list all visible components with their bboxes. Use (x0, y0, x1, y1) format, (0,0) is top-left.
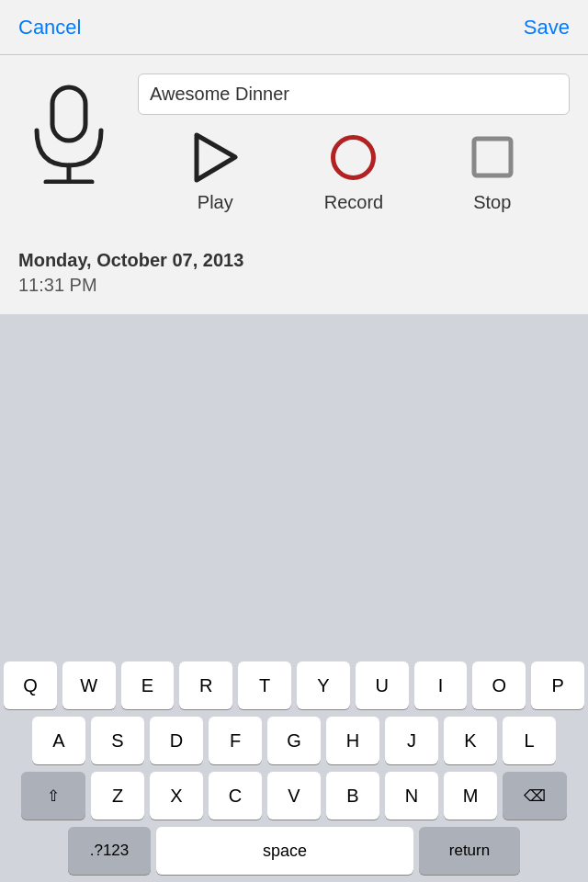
key-z[interactable]: Z (91, 772, 144, 820)
svg-rect-0 (52, 87, 85, 141)
svg-point-4 (334, 137, 374, 177)
keyboard-row-4: .?123 space return (4, 827, 584, 875)
key-a[interactable]: A (32, 717, 85, 764)
key-u[interactable]: U (356, 662, 409, 709)
key-s[interactable]: S (91, 717, 144, 764)
key-b[interactable]: B (326, 772, 379, 820)
key-g[interactable]: G (267, 717, 321, 764)
key-e[interactable]: E (121, 662, 175, 709)
key-l[interactable]: L (503, 717, 556, 764)
controls: Play Record Stop (138, 130, 570, 213)
delete-key[interactable]: ⌫ (503, 772, 567, 820)
space-key[interactable]: space (156, 827, 413, 875)
key-p[interactable]: P (531, 662, 584, 709)
date-text: Monday, October 07, 2013 (18, 250, 570, 271)
mic-icon (18, 74, 119, 184)
key-v[interactable]: V (267, 772, 321, 820)
keyboard-row-2: A S D F G H J K L (4, 717, 584, 764)
stop-label: Stop (473, 192, 511, 213)
right-section: Play Record Stop (138, 74, 570, 213)
microphone-svg (28, 83, 110, 184)
stop-icon (465, 130, 520, 185)
key-q[interactable]: Q (4, 662, 57, 709)
key-t[interactable]: T (238, 662, 291, 709)
key-c[interactable]: C (209, 772, 262, 820)
key-h[interactable]: H (326, 717, 379, 764)
key-j[interactable]: J (385, 717, 438, 764)
play-label: Play (198, 192, 233, 213)
time-text: 11:31 PM (18, 275, 570, 296)
header: Cancel Save (0, 0, 588, 55)
numbers-key[interactable]: .?123 (68, 827, 151, 875)
record-label: Record (324, 192, 383, 213)
key-x[interactable]: X (150, 772, 203, 820)
key-k[interactable]: K (444, 717, 497, 764)
key-m[interactable]: M (444, 772, 497, 820)
key-f[interactable]: F (209, 717, 262, 764)
key-r[interactable]: R (179, 662, 232, 709)
key-w[interactable]: W (62, 662, 116, 709)
return-key[interactable]: return (419, 827, 520, 875)
shift-key[interactable]: ⇧ (21, 772, 85, 820)
play-control[interactable]: Play (187, 130, 243, 213)
stop-control[interactable]: Stop (465, 130, 520, 213)
record-icon (326, 130, 381, 185)
play-icon (187, 130, 243, 185)
record-control[interactable]: Record (324, 130, 383, 213)
save-button[interactable]: Save (524, 16, 570, 40)
keyboard-row-1: Q W E R T Y U I O P (4, 662, 584, 709)
keyboard: Q W E R T Y U I O P A S D F G H J K L ⇧ … (0, 654, 588, 882)
cancel-button[interactable]: Cancel (18, 16, 81, 40)
date-section: Monday, October 07, 2013 11:31 PM (0, 232, 588, 314)
content-area: Play Record Stop (0, 55, 588, 232)
key-n[interactable]: N (385, 772, 438, 820)
svg-rect-5 (474, 139, 511, 175)
key-i[interactable]: I (414, 662, 468, 709)
svg-marker-3 (197, 135, 235, 180)
key-y[interactable]: Y (297, 662, 350, 709)
key-d[interactable]: D (150, 717, 203, 764)
keyboard-row-3: ⇧ Z X C V B N M ⌫ (4, 772, 584, 820)
title-input[interactable] (138, 74, 570, 115)
key-o[interactable]: O (472, 662, 526, 709)
